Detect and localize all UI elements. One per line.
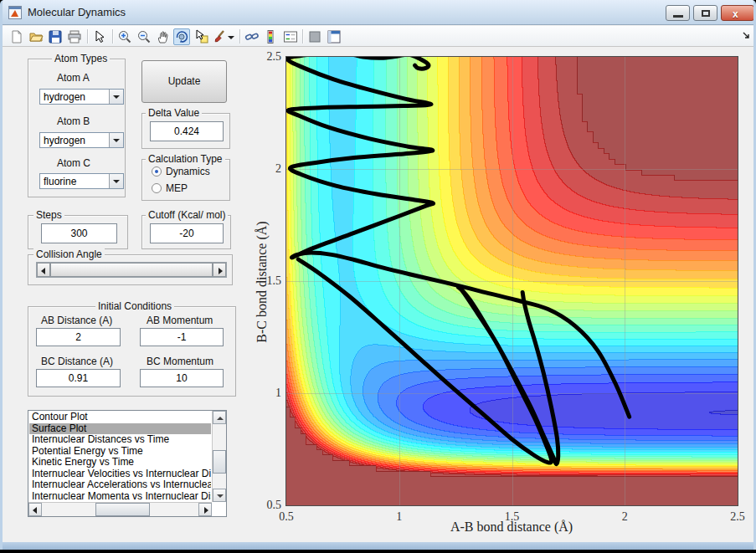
ab-distance-label: AB Distance (A) xyxy=(41,315,112,326)
atom-c-dropdown[interactable]: fluorine xyxy=(39,173,124,189)
cutoff-title: Cutoff (Kcal/ mol) xyxy=(146,209,228,221)
list-item[interactable]: Internuclear Distances vs Time xyxy=(29,434,211,446)
link-plots-icon[interactable] xyxy=(244,29,260,44)
atom-c-label: Atom C xyxy=(57,157,90,169)
scroll-left-button[interactable] xyxy=(28,503,42,516)
list-item[interactable]: Surface Plot xyxy=(29,423,211,435)
atom-c-dropdown-button[interactable] xyxy=(109,174,123,188)
delta-value-field[interactable]: 0.424 xyxy=(150,121,224,141)
dock-figure-icon[interactable] xyxy=(327,29,342,44)
toolbar-separator xyxy=(112,29,113,44)
list-item[interactable]: Potential Energy vs Time xyxy=(29,446,211,458)
x-tick-label: 0.5 xyxy=(276,510,296,524)
list-item[interactable]: Kinetic Energy vs Time xyxy=(29,457,211,469)
plot-type-listbox[interactable]: Contour PlotSurface PlotInternuclear Dis… xyxy=(28,410,227,517)
bc-distance-field[interactable]: 0.91 xyxy=(36,369,121,387)
brush-dropdown-icon[interactable] xyxy=(227,29,235,44)
dynamics-radio-label: Dynamics xyxy=(166,166,210,177)
atom-b-label: Atom B xyxy=(57,115,90,127)
list-item[interactable]: Internuclear Accelerations vs Internucle… xyxy=(29,479,211,491)
save-icon[interactable] xyxy=(48,29,63,44)
maximize-button[interactable] xyxy=(693,5,717,21)
list-item[interactable]: Contour Plot xyxy=(29,412,211,423)
insert-legend-icon[interactable] xyxy=(283,29,298,44)
down-arrow-icon xyxy=(217,494,224,498)
collision-angle-slider[interactable] xyxy=(36,262,227,278)
minimize-button[interactable] xyxy=(666,5,690,21)
rotate-3d-button[interactable] xyxy=(173,28,190,45)
y-axis-label: B-C bond distance (Å) xyxy=(255,156,270,407)
open-file-icon[interactable] xyxy=(28,29,44,44)
pes-plot-area xyxy=(285,56,738,506)
maximize-icon xyxy=(702,10,710,17)
matlab-app-icon xyxy=(8,6,22,19)
dynamics-radio[interactable] xyxy=(152,166,162,177)
toolbar-separator xyxy=(239,29,240,44)
atom-c-value: fluorine xyxy=(44,176,76,187)
atom-a-label: Atom A xyxy=(57,72,90,84)
mep-radio[interactable] xyxy=(152,183,162,193)
calculation-type-title: Calculation Type xyxy=(146,153,225,165)
minimize-icon xyxy=(673,15,683,18)
update-button[interactable]: Update xyxy=(141,60,227,103)
ab-momentum-field[interactable]: -1 xyxy=(140,328,224,346)
initial-conditions-title: Initial Conditions xyxy=(95,300,174,312)
slider-thumb[interactable] xyxy=(50,263,213,277)
plot-type-list: Contour PlotSurface PlotInternuclear Dis… xyxy=(29,412,211,501)
hide-plot-tools-icon[interactable] xyxy=(307,29,322,44)
scroll-up-button[interactable] xyxy=(213,411,226,424)
atom-b-dropdown-button[interactable] xyxy=(109,133,123,147)
ab-distance-field[interactable]: 2 xyxy=(36,328,121,346)
zoom-out-icon[interactable] xyxy=(136,29,152,44)
chevron-down-icon xyxy=(113,139,120,142)
pan-hand-icon[interactable] xyxy=(156,29,171,44)
vertical-scrollbar[interactable] xyxy=(212,411,226,502)
list-item[interactable]: Internuclear Velocities vs Internuclear … xyxy=(29,469,211,480)
y-tick-label: 2.5 xyxy=(260,50,281,64)
steps-field[interactable]: 300 xyxy=(41,223,117,243)
pes-plot-canvas[interactable] xyxy=(286,57,738,505)
atom-b-dropdown[interactable]: hydrogen xyxy=(39,132,124,148)
bc-momentum-label: BC Momentum xyxy=(147,356,213,367)
delta-value-title: Delta Value xyxy=(146,107,202,119)
steps-title: Steps xyxy=(33,209,64,221)
right-arrow-icon xyxy=(204,507,208,514)
atom-types-title: Atom Types xyxy=(52,53,110,64)
toolbar-overflow-icon[interactable] xyxy=(743,32,751,40)
up-arrow-icon xyxy=(217,417,224,420)
edit-plot-arrow-icon[interactable] xyxy=(92,29,107,44)
left-arrow-icon xyxy=(33,507,37,514)
bc-distance-label: BC Distance (A) xyxy=(41,356,113,367)
vertical-scroll-thumb[interactable] xyxy=(213,450,226,474)
horizontal-scrollbar[interactable] xyxy=(28,502,212,516)
new-file-icon[interactable] xyxy=(9,29,24,44)
scroll-right-button[interactable] xyxy=(198,503,212,516)
scroll-down-button[interactable] xyxy=(213,489,226,502)
zoom-in-icon[interactable] xyxy=(117,29,132,44)
x-axis-label: A-B bond distance (Å) xyxy=(450,520,573,535)
print-icon[interactable] xyxy=(67,29,82,44)
chevron-down-icon xyxy=(113,95,120,99)
list-item[interactable]: Internuclear Momenta vs Internuclear Dis… xyxy=(29,491,211,502)
close-button[interactable]: x xyxy=(721,5,754,21)
atom-a-dropdown[interactable]: hydrogen xyxy=(39,89,124,105)
chevron-down-icon xyxy=(113,180,120,183)
figure-toolbar xyxy=(3,26,753,47)
app-window: Molecular Dynamics x Atom Types Atom A xyxy=(0,0,756,550)
title-bar[interactable]: Molecular Dynamics x xyxy=(3,0,753,25)
slider-right-arrow[interactable] xyxy=(213,263,226,277)
atom-a-dropdown-button[interactable] xyxy=(109,90,123,104)
rotate-3d-icon xyxy=(175,30,188,44)
close-icon: x xyxy=(733,8,738,20)
bc-momentum-field[interactable]: 10 xyxy=(140,369,224,387)
slider-left-arrow[interactable] xyxy=(37,263,50,277)
y-tick-label: 0.5 xyxy=(260,499,281,512)
x-tick-label: 2 xyxy=(615,510,635,524)
data-cursor-icon[interactable] xyxy=(194,29,209,44)
insert-colorbar-icon[interactable] xyxy=(264,29,279,44)
horizontal-scroll-thumb[interactable] xyxy=(95,503,150,516)
left-arrow-icon xyxy=(41,268,45,274)
cutoff-field[interactable]: -20 xyxy=(150,223,224,243)
right-arrow-icon xyxy=(219,268,223,274)
x-tick-label: 2.5 xyxy=(728,510,748,524)
